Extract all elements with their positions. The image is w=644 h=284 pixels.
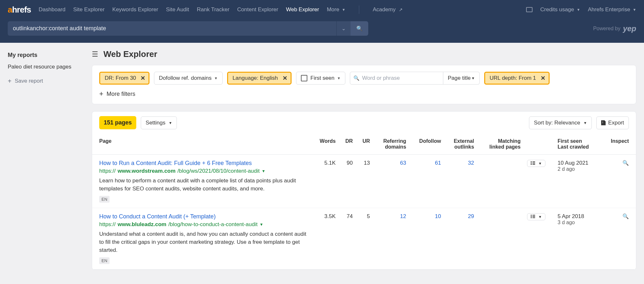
nav-web-explorer[interactable]: Web Explorer: [286, 5, 319, 14]
credits-usage[interactable]: Credits usage▼: [540, 6, 580, 13]
caret-down-icon: ▼: [337, 76, 341, 80]
cell-ur: 5: [356, 208, 373, 270]
word-filter-input[interactable]: [362, 75, 440, 81]
col-fs-2: Last crawled: [558, 144, 598, 150]
word-filter-group: 🔍 Page title ▼: [350, 72, 480, 85]
settings-button[interactable]: Settings ▼: [141, 116, 177, 129]
list-icon: [531, 161, 536, 165]
cell-dofollow: 61: [409, 155, 444, 208]
caret-down-icon: ▼: [169, 121, 172, 125]
result-url[interactable]: https://www.bluleadz.com/blog/how-to-con…: [99, 221, 308, 228]
inspect-icon[interactable]: 🔍: [622, 214, 629, 219]
nav-separator: [359, 5, 359, 14]
filter-dofollow-refdomains[interactable]: Dofollow ref. domains ▼: [154, 72, 222, 85]
export-button[interactable]: Export: [596, 116, 629, 129]
last-crawled: 3 d ago: [558, 220, 598, 225]
chevron-down-icon: ⌄: [341, 25, 346, 32]
lang-badge: EN: [99, 196, 110, 203]
more-filters-button[interactable]: + More filters: [99, 90, 629, 97]
lang-badge: EN: [99, 257, 110, 264]
col-words[interactable]: Words: [311, 134, 339, 155]
nav-items: Dashboard Site Explorer Keywords Explore…: [39, 5, 526, 14]
nav-more[interactable]: More▼: [327, 5, 345, 14]
result-url[interactable]: https://www.wordstream.com/blog/ws/2021/…: [99, 168, 308, 174]
caret-down-icon: ▼: [471, 76, 475, 80]
table-header-row: Page Words DR UR Referringdomains Dofoll…: [92, 134, 636, 155]
col-dofollow[interactable]: Dofollow: [409, 134, 444, 155]
cell-ur: 13: [356, 155, 373, 208]
dofollow-link[interactable]: 61: [435, 160, 441, 166]
filter-dofollow-label: Dofollow ref. domains: [159, 75, 211, 81]
results-header-right: Sort by: Relevance ▼ Export: [529, 116, 629, 129]
caret-down-icon: ▼: [538, 215, 542, 219]
device-icon[interactable]: [526, 7, 533, 12]
dofollow-link[interactable]: 10: [435, 213, 441, 219]
filter-first-seen[interactable]: First seen ▼: [296, 72, 346, 85]
word-filter-mode[interactable]: Page title ▼: [443, 72, 480, 85]
account-label: Ahrefs Enterprise: [588, 6, 630, 13]
col-firstseen[interactable]: First seenLast crawled: [554, 134, 601, 155]
nav-more-label: More: [327, 6, 339, 13]
col-external[interactable]: Externaloutlinks: [444, 134, 477, 155]
cell-mlp: [477, 155, 524, 208]
filter-url-depth[interactable]: URL depth: From 1 ✕: [484, 72, 550, 85]
col-dr[interactable]: DR: [339, 134, 356, 155]
mlp-dropdown-button[interactable]: ▼: [527, 160, 545, 167]
nav-dashboard[interactable]: Dashboard: [39, 5, 65, 14]
external-link[interactable]: 32: [468, 160, 474, 166]
results-count-badge: 151 pages: [99, 116, 136, 129]
refdom-link[interactable]: 63: [400, 160, 406, 166]
filter-language-label: Language: English: [233, 75, 278, 81]
close-icon[interactable]: ✕: [541, 75, 545, 82]
search-icon: 🔍: [353, 75, 360, 81]
filter-dr[interactable]: DR: From 30 ✕: [99, 72, 149, 85]
close-icon[interactable]: ✕: [140, 75, 145, 82]
save-report-button[interactable]: + Save report: [8, 78, 84, 84]
word-filter-field[interactable]: 🔍: [350, 72, 443, 85]
nav-academy[interactable]: Academy: [373, 5, 403, 14]
mlp-dropdown-button[interactable]: ▼: [527, 213, 545, 220]
hamburger-icon[interactable]: ☰: [92, 50, 98, 59]
filters-panel: DR: From 30 ✕ Dofollow ref. domains ▼ La…: [92, 65, 636, 104]
search-mode-dropdown[interactable]: ⌄: [336, 21, 351, 36]
col-external-1: External: [454, 138, 474, 144]
search-button[interactable]: 🔍: [351, 21, 368, 36]
col-inspect: Inspect: [601, 134, 636, 155]
powered-label: Powered by: [593, 26, 620, 32]
nav-keywords-explorer[interactable]: Keywords Explorer: [112, 5, 159, 14]
search-wrap: ⌄ 🔍: [8, 21, 368, 36]
powered-by: Powered by yep: [593, 24, 636, 33]
caret-down-icon: ▼: [214, 76, 218, 80]
result-title-link[interactable]: How to Conduct a Content Audit (+ Templa…: [99, 213, 308, 220]
account-menu[interactable]: Ahrefs Enterprise▼: [588, 6, 636, 13]
nav-rank-tracker[interactable]: Rank Tracker: [197, 5, 229, 14]
last-crawled: 2 d ago: [558, 166, 598, 172]
sidebar-report-link[interactable]: Paleo diet resource pages: [8, 64, 84, 70]
col-ur[interactable]: UR: [356, 134, 373, 155]
sort-button[interactable]: Sort by: Relevance ▼: [529, 116, 592, 129]
url-dropdown-icon[interactable]: ▼: [259, 222, 263, 227]
external-link[interactable]: 29: [468, 213, 474, 219]
search-input[interactable]: [8, 21, 336, 36]
filter-first-seen-label: First seen: [311, 75, 335, 81]
col-page[interactable]: Page: [92, 134, 311, 155]
nav-site-audit[interactable]: Site Audit: [166, 5, 189, 14]
close-icon[interactable]: ✕: [283, 75, 287, 82]
cell-external: 32: [444, 155, 477, 208]
cell-inspect: 🔍: [601, 155, 636, 208]
col-refdom[interactable]: Referringdomains: [373, 134, 409, 155]
cell-words: 5.1K: [311, 155, 339, 208]
nav-content-explorer[interactable]: Content Explorer: [237, 5, 278, 14]
col-mlp[interactable]: Matchinglinked pages: [477, 134, 524, 155]
first-seen-date: 10 Aug 2021: [558, 160, 598, 166]
filter-language[interactable]: Language: English ✕: [227, 72, 292, 85]
result-title-link[interactable]: How to Run a Content Audit: Full Guide +…: [99, 160, 308, 167]
plus-icon: +: [99, 90, 103, 97]
url-domain: www.wordstream.com: [118, 168, 176, 174]
url-dropdown-icon[interactable]: ▼: [262, 169, 265, 173]
nav-site-explorer[interactable]: Site Explorer: [73, 5, 104, 14]
inspect-icon[interactable]: 🔍: [622, 160, 629, 166]
refdom-link[interactable]: 12: [400, 213, 406, 219]
cell-dr: 90: [339, 155, 356, 208]
logo[interactable]: ahrefs: [8, 5, 31, 15]
